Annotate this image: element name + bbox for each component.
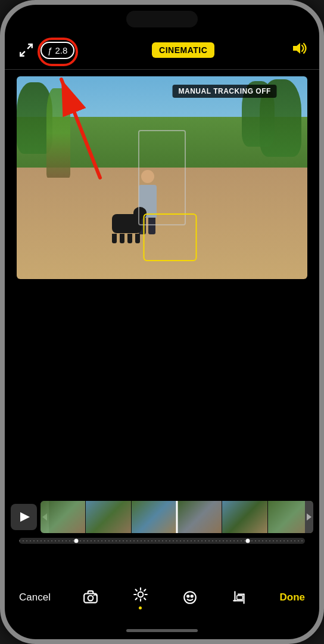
filmstrip[interactable]: [40, 501, 313, 533]
svg-point-16: [184, 592, 196, 603]
playhead: [176, 501, 178, 533]
svg-rect-23: [237, 595, 243, 599]
film-frame-4: [177, 501, 222, 533]
svg-point-18: [191, 595, 192, 597]
svg-line-14: [144, 590, 145, 591]
camera-switch-icon: [81, 588, 100, 607]
filmstrip-bracket-right: [305, 501, 313, 533]
palm-left: [46, 88, 70, 178]
crop-tool-button[interactable]: [230, 588, 249, 607]
top-bar-left: ƒ 2.8: [17, 41, 74, 60]
phone-frame: ƒ 2.8 CINEMATIC: [0, 0, 324, 644]
film-frame-3: [132, 501, 177, 533]
play-button[interactable]: [11, 504, 37, 530]
play-triangle-icon: [20, 512, 30, 522]
top-divider: [5, 69, 319, 70]
camera-switch-button[interactable]: [81, 588, 100, 607]
crop-tool-icon: [230, 588, 249, 607]
dog-body: [112, 214, 142, 233]
scrubber-bar[interactable]: [19, 538, 305, 544]
svg-point-7: [138, 592, 143, 597]
expand-icon[interactable]: [17, 41, 36, 60]
aperture-value: ƒ 2.8: [48, 45, 67, 55]
film-frame-2: [86, 501, 131, 533]
svg-marker-2: [293, 43, 300, 54]
scrubber-dot-right: [246, 539, 250, 543]
face-tracking-button[interactable]: [180, 588, 200, 607]
aperture-badge[interactable]: ƒ 2.8: [40, 42, 74, 59]
svg-line-13: [144, 598, 145, 599]
home-indicator: [126, 629, 198, 632]
tracking-box-dog: [144, 213, 197, 261]
timeline-row: [11, 501, 313, 533]
phone-inner: ƒ 2.8 CINEMATIC: [5, 5, 319, 639]
notch: [126, 11, 198, 27]
face-tracking-icon: [180, 588, 200, 607]
svg-line-12: [135, 590, 136, 591]
scrubber-track: [19, 540, 305, 541]
scrubber-dot-left: [74, 539, 79, 543]
volume-icon[interactable]: [292, 42, 307, 58]
svg-line-15: [135, 598, 136, 599]
adjust-button[interactable]: [131, 585, 150, 609]
bottom-toolbar: Cancel: [5, 585, 319, 609]
top-bar: ƒ 2.8 CINEMATIC: [5, 41, 319, 60]
film-frame-5: [222, 501, 267, 533]
dog-legs: [112, 234, 140, 243]
svg-point-6: [88, 595, 94, 600]
timeline-area: [5, 501, 319, 544]
adjust-dot: [139, 606, 142, 609]
manual-tracking-label: MANUAL TRACKING OFF: [173, 85, 277, 98]
adjust-icon: [131, 585, 150, 604]
svg-point-17: [187, 595, 189, 597]
cancel-button[interactable]: Cancel: [19, 592, 51, 603]
cinematic-badge: CINEMATIC: [152, 42, 214, 58]
done-button[interactable]: Done: [279, 592, 305, 603]
video-area: MANUAL TRACKING OFF: [17, 76, 307, 279]
film-frame-1: [40, 501, 86, 533]
dog-silhouette: [112, 214, 142, 243]
tracking-box-person: [138, 130, 186, 225]
